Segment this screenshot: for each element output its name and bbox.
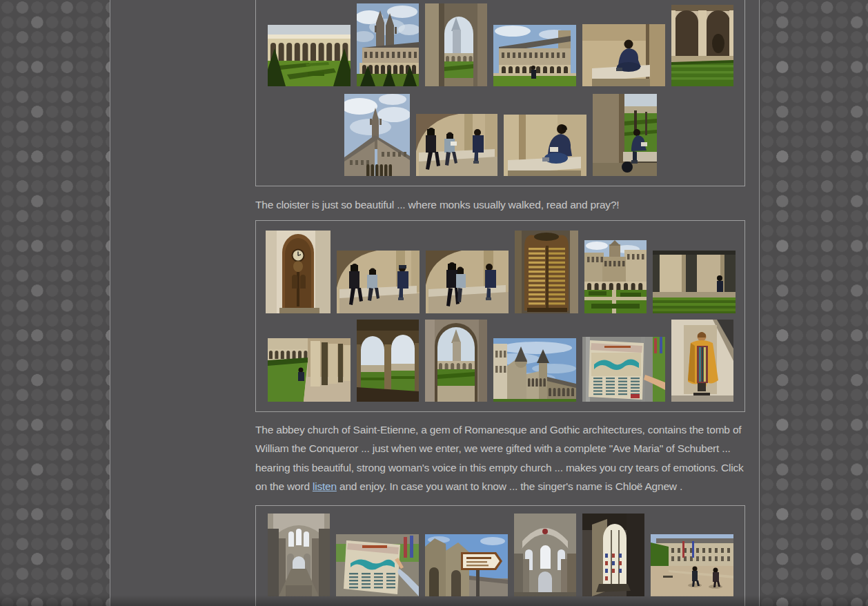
- photo-thumb-conqueror-map-sign[interactable]: [582, 337, 665, 402]
- content-panel: The cloister is just so beautiful ... wh…: [110, 0, 760, 606]
- photo-thumb-palace-square[interactable]: [651, 534, 733, 596]
- photo-thumb-abbaye-sign[interactable]: [425, 534, 508, 596]
- photo-thumb-boy-on-ledge[interactable]: [582, 24, 665, 86]
- photo-thumb-courtyard-visitor[interactable]: [493, 25, 576, 86]
- photo-thumb-arch-view[interactable]: [425, 3, 487, 86]
- photo-gallery-3: [255, 505, 745, 606]
- blog-post: The cloister is just so beautiful ... wh…: [255, 0, 745, 606]
- photo-gallery-1: [255, 0, 745, 186]
- photo-thumb-three-friends[interactable]: [416, 114, 497, 176]
- photo-thumb-hedge-garden[interactable]: [653, 251, 736, 313]
- page-background: { "theme":{ "outer_bg":"#4d4c4d","conten…: [0, 0, 868, 606]
- gallery-row: [256, 514, 744, 596]
- photo-thumb-cloister-walkway[interactable]: [268, 338, 351, 402]
- photo-thumb-church-nave[interactable]: [268, 514, 330, 596]
- paragraph-after-link: and enjoy. In case you want to know ... …: [337, 480, 682, 492]
- photo-thumb-gilded-statue[interactable]: [671, 320, 733, 402]
- listen-link[interactable]: listen: [313, 480, 337, 492]
- photo-thumb-abbey-spires[interactable]: [357, 3, 419, 86]
- photo-thumb-map-pointing[interactable]: [336, 534, 419, 596]
- photo-thumb-boy-reading[interactable]: [504, 115, 586, 176]
- photo-thumb-clock-door[interactable]: [266, 231, 331, 313]
- caption-text: The cloister is just so beautiful ... wh…: [255, 195, 745, 215]
- photo-thumb-abbey-courtyard[interactable]: [584, 240, 647, 313]
- photo-thumb-stained-glass-window[interactable]: [582, 514, 644, 596]
- photo-gallery-2: [255, 220, 745, 412]
- photo-thumb-church-vault[interactable]: [514, 514, 576, 596]
- photo-thumb-arch-courtyard[interactable]: [425, 320, 487, 402]
- photo-thumb-girls-on-wall[interactable]: [337, 251, 420, 313]
- gallery-row: [256, 3, 744, 86]
- paragraph-text: The abbey church of Saint-Etienne, a gem…: [255, 420, 745, 496]
- photo-thumb-saint-etienne-church[interactable]: [493, 338, 576, 402]
- gallery-row: [256, 231, 744, 313]
- photo-thumb-lantern-tower[interactable]: [344, 94, 410, 176]
- photo-thumb-cloister-parterre[interactable]: [268, 25, 351, 86]
- photo-thumb-arcade-arches[interactable]: [357, 320, 419, 402]
- photo-thumb-boy-in-cloister[interactable]: [593, 94, 657, 176]
- photo-thumb-wooden-shutter[interactable]: [515, 231, 578, 313]
- gallery-row: [256, 320, 744, 402]
- photo-thumb-friends-on-wall[interactable]: [426, 251, 509, 313]
- photo-thumb-arcade-garden[interactable]: [671, 5, 733, 86]
- gallery-row: [256, 94, 744, 176]
